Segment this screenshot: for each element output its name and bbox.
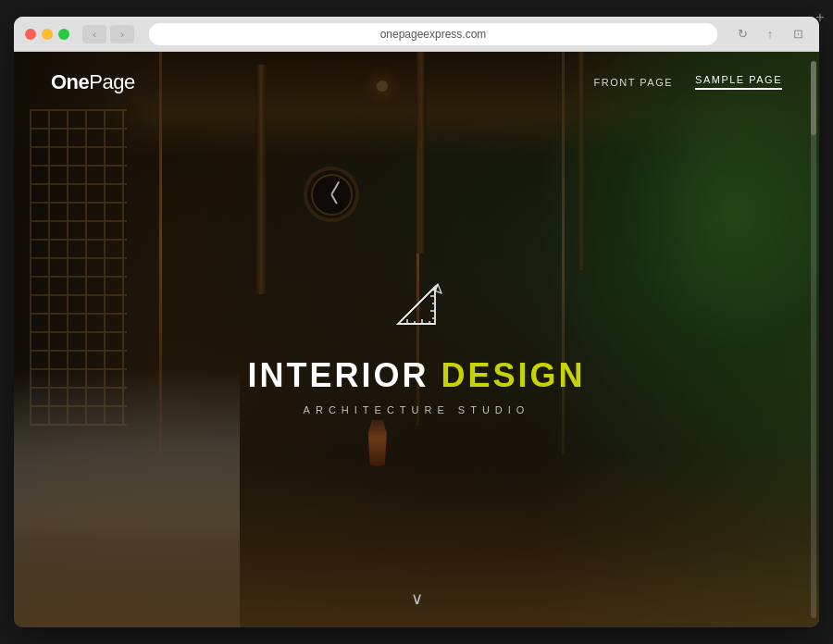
website-content: OnePage FRONT PAGE SAMPLE PAGE: [14, 52, 819, 627]
browser-actions: ↻ ↑ ⊡: [732, 24, 808, 44]
browser-window: ‹ › onepageexpress.com ↻ ↑ ⊡ +: [14, 17, 819, 627]
close-button[interactable]: [25, 29, 36, 40]
browser-titlebar: ‹ › onepageexpress.com ↻ ↑ ⊡ +: [14, 17, 819, 52]
wall-clock: [304, 167, 359, 222]
svg-line-9: [401, 290, 432, 321]
url-text: onepageexpress.com: [380, 28, 487, 41]
hero-subtitle: ARCHITECTURE STUDIO: [14, 404, 819, 415]
hero-content: INTERIOR DESIGN ARCHITECTURE STUDIO: [14, 264, 819, 415]
design-icon: [375, 264, 458, 338]
back-button[interactable]: ‹: [82, 25, 106, 43]
address-bar[interactable]: onepageexpress.com: [149, 23, 717, 45]
logo-light: Page: [89, 70, 134, 93]
hero-title: INTERIOR DESIGN: [14, 356, 819, 395]
maximize-button[interactable]: [58, 29, 69, 40]
share-button[interactable]: ↑: [760, 24, 780, 44]
site-nav: OnePage FRONT PAGE SAMPLE PAGE: [14, 52, 819, 112]
reload-button[interactable]: ↻: [732, 24, 752, 44]
nav-sample-page[interactable]: SAMPLE PAGE: [695, 74, 782, 90]
site-logo: OnePage: [51, 70, 135, 94]
fullscreen-button[interactable]: ⊡: [788, 24, 808, 44]
scrollbar-track: [811, 61, 816, 618]
forward-button[interactable]: ›: [110, 25, 134, 43]
scrollbar-thumb[interactable]: [811, 61, 816, 135]
new-tab-button[interactable]: +: [807, 17, 819, 35]
logo-bold: One: [51, 70, 89, 93]
nav-front-page[interactable]: FRONT PAGE: [594, 77, 674, 88]
minimize-button[interactable]: [42, 29, 53, 40]
scrollbar[interactable]: [810, 61, 817, 618]
hero-title-part2: DESIGN: [441, 356, 585, 394]
scroll-arrow[interactable]: ∨: [411, 588, 423, 609]
vase: [368, 420, 387, 466]
nav-buttons: ‹ ›: [82, 25, 134, 43]
hero-title-part1: INTERIOR: [247, 356, 441, 394]
traffic-lights: [25, 29, 69, 40]
nav-links: FRONT PAGE SAMPLE PAGE: [594, 74, 782, 90]
